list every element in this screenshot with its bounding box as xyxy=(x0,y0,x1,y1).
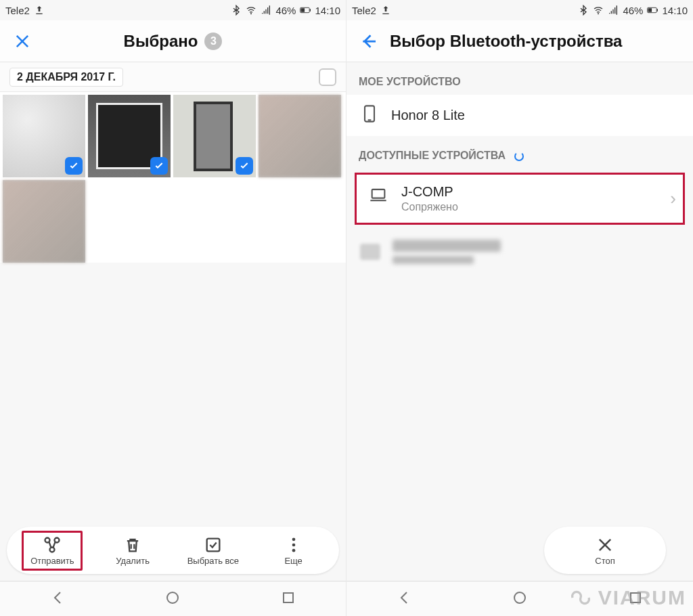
my-device-row[interactable]: Honor 8 Lite xyxy=(346,95,693,136)
watermark: VIARUM xyxy=(567,586,686,609)
header-title: Выбрано xyxy=(124,32,198,51)
battery-icon xyxy=(300,5,311,16)
nav-back-button[interactable] xyxy=(376,583,432,615)
signal-icon xyxy=(608,5,619,16)
check-icon xyxy=(150,157,168,175)
svg-point-9 xyxy=(292,543,295,546)
svg-rect-12 xyxy=(284,593,293,602)
section-my-device: МОЕ УСТРОЙСТВО xyxy=(346,62,693,95)
photo-thumb[interactable] xyxy=(173,95,256,177)
clock: 14:10 xyxy=(662,5,688,16)
my-device-name: Honor 8 Lite xyxy=(391,108,465,123)
back-button[interactable] xyxy=(357,30,380,53)
device-name-blurred xyxy=(393,240,501,252)
svg-point-0 xyxy=(250,13,252,14)
device-row-blurred[interactable] xyxy=(346,229,693,275)
check-icon xyxy=(236,157,253,175)
select-section-checkbox[interactable] xyxy=(319,68,336,86)
select-all-button[interactable]: Выбрать все xyxy=(183,533,244,569)
header-title: Выбор Bluetooth-устройства xyxy=(390,32,622,51)
battery-pct: 46% xyxy=(275,5,296,16)
highlighted-device: J-COMP Сопряжено › xyxy=(355,173,685,225)
send-button[interactable]: Отправить xyxy=(22,531,83,571)
chevron-right-icon: › xyxy=(670,188,676,209)
status-bar: Tele2 46% 14:10 xyxy=(0,0,346,20)
svg-point-8 xyxy=(292,537,295,541)
nav-home-button[interactable] xyxy=(491,583,548,615)
bottom-action-bar: Отправить Удалить Выбрать все Еще xyxy=(7,527,339,574)
photo-thumb[interactable] xyxy=(3,180,85,263)
svg-rect-15 xyxy=(648,8,652,12)
upload-icon xyxy=(34,5,45,16)
upload-icon xyxy=(380,5,391,16)
clock: 14:10 xyxy=(315,5,340,16)
nav-back-button[interactable] xyxy=(29,583,86,615)
svg-point-13 xyxy=(598,13,599,14)
header-bar: Выбор Bluetooth-устройства xyxy=(346,20,693,62)
svg-rect-16 xyxy=(657,9,658,12)
infinity-icon xyxy=(567,588,594,608)
svg-rect-3 xyxy=(310,9,311,12)
phone-icon xyxy=(360,104,379,127)
nav-bar xyxy=(0,581,346,616)
nav-recent-button[interactable] xyxy=(260,583,317,615)
section-available: ДОСТУПНЫЕ УСТРОЙСТВА xyxy=(346,136,693,169)
close-button[interactable] xyxy=(11,30,34,53)
svg-rect-17 xyxy=(365,106,374,121)
battery-pct: 46% xyxy=(623,5,643,16)
delete-button[interactable]: Удалить xyxy=(102,533,163,569)
check-icon xyxy=(65,157,83,175)
header-bar: Выбрано 3 xyxy=(0,20,346,62)
device-name: J-COMP xyxy=(401,184,453,200)
delete-label: Удалить xyxy=(116,556,150,566)
photo-thumb[interactable] xyxy=(3,95,85,177)
signal-icon xyxy=(261,5,271,16)
svg-rect-19 xyxy=(372,190,385,198)
device-row-jcomp[interactable]: J-COMP Сопряжено › xyxy=(357,175,683,223)
more-label: Еще xyxy=(284,556,302,566)
nav-home-button[interactable] xyxy=(144,583,201,615)
wifi-icon xyxy=(246,5,256,16)
section-available-label: ДОСТУПНЫЕ УСТРОЙСТВА xyxy=(359,150,506,161)
carrier-label: Tele2 xyxy=(352,5,376,16)
carrier-label: Tele2 xyxy=(5,5,30,16)
scanning-spinner-icon xyxy=(514,152,524,161)
selection-count-badge: 3 xyxy=(204,32,222,50)
device-icon-blurred xyxy=(360,244,380,260)
svg-rect-7 xyxy=(207,538,220,551)
photo-thumb[interactable] xyxy=(88,95,171,177)
date-section-row[interactable]: 2 ДЕКАБРЯ 2017 Г. xyxy=(0,62,346,92)
stop-label: Стоп xyxy=(595,556,614,566)
laptop-icon xyxy=(369,185,388,208)
device-status: Сопряжено xyxy=(401,201,458,213)
wifi-icon xyxy=(593,5,604,16)
svg-point-11 xyxy=(167,592,178,603)
svg-point-10 xyxy=(292,548,295,552)
bluetooth-icon xyxy=(578,5,589,16)
svg-point-20 xyxy=(514,592,525,603)
date-label: 2 ДЕКАБРЯ 2017 Г. xyxy=(9,68,123,87)
watermark-text: VIARUM xyxy=(598,586,686,609)
photo-thumb[interactable] xyxy=(259,95,341,177)
bluetooth-icon xyxy=(231,5,242,16)
send-label: Отправить xyxy=(30,556,74,566)
status-bar: Tele2 46% 14:10 xyxy=(346,0,693,20)
select-all-label: Выбрать все xyxy=(187,556,239,566)
bottom-action-bar: Стоп xyxy=(544,527,666,574)
battery-icon xyxy=(647,5,658,16)
thumbnails-grid xyxy=(0,92,346,263)
more-button[interactable]: Еще xyxy=(263,533,324,569)
screen-gallery-selection: Tele2 46% 14:10 Выбрано 3 2 ДЕ xyxy=(0,0,346,616)
svg-rect-2 xyxy=(301,8,305,12)
device-status-blurred xyxy=(393,256,474,264)
screen-bluetooth-picker: Tele2 46% 14:10 Выбор Bluetooth-устройст… xyxy=(346,0,693,616)
stop-button[interactable]: Стоп xyxy=(575,533,635,569)
